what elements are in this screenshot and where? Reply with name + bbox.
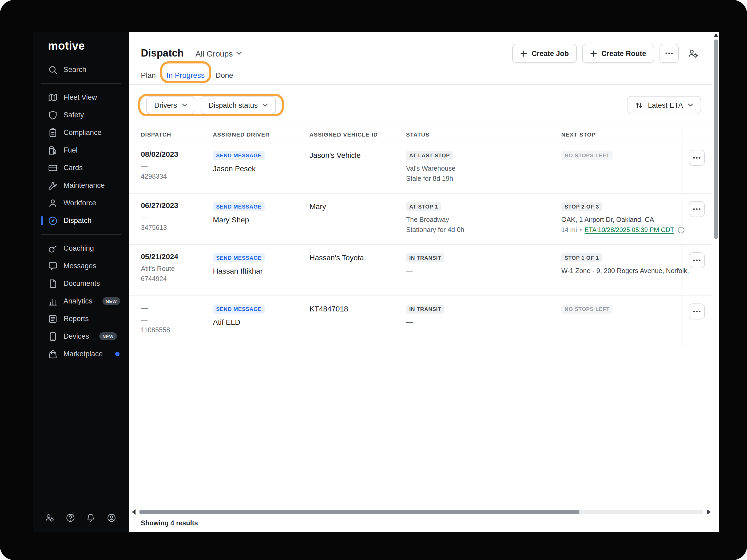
dispatch-id: 4298334 bbox=[141, 172, 208, 182]
create-route-button[interactable]: Create Route bbox=[582, 44, 654, 63]
scroll-right-arrow[interactable] bbox=[707, 509, 711, 515]
dispatch-icon bbox=[48, 216, 58, 225]
next-stop-eta-link[interactable]: ETA 10/28/2025 05:39 PM CDT bbox=[585, 225, 674, 235]
chart-icon bbox=[48, 296, 58, 306]
create-job-button[interactable]: Create Job bbox=[512, 44, 577, 63]
scrollbar-thumb[interactable] bbox=[139, 510, 579, 514]
row-more-button[interactable] bbox=[689, 150, 705, 166]
tab-bar: Plan In Progress Done bbox=[129, 66, 712, 85]
assigned-driver-cell: SEND MESSAGE Atif ELD bbox=[213, 303, 304, 326]
sidebar-item-marketplace[interactable]: Marketplace bbox=[33, 345, 129, 363]
map-icon bbox=[48, 92, 58, 102]
send-message-link[interactable]: SEND MESSAGE bbox=[213, 151, 265, 160]
help-icon[interactable] bbox=[66, 513, 75, 523]
ellipsis-icon bbox=[693, 259, 701, 261]
next-stop-empty: NO STOPS LEFT bbox=[561, 304, 613, 314]
drivers-filter[interactable]: Drivers bbox=[146, 96, 195, 114]
filter-row: Drivers Dispatch status Latest ETA bbox=[141, 96, 701, 114]
group-selector[interactable]: All Groups bbox=[196, 49, 242, 58]
sidebar-item-cards[interactable]: Cards bbox=[33, 159, 129, 177]
plus-icon bbox=[590, 50, 597, 57]
sidebar: motive Search Fleet View Safety bbox=[33, 32, 129, 532]
dispatch-id: 3475613 bbox=[141, 223, 208, 233]
row-more-button[interactable] bbox=[689, 303, 705, 319]
user-settings-button[interactable] bbox=[684, 44, 701, 63]
sidebar-item-compliance[interactable]: Compliance bbox=[33, 124, 129, 141]
bell-icon[interactable] bbox=[86, 513, 96, 523]
next-stop-eta-line: 14 mi • ETA 10/28/2025 05:39 PM CDT bbox=[561, 225, 685, 235]
sidebar-item-coaching[interactable]: Coaching bbox=[33, 239, 129, 257]
assigned-vehicle-cell: Jason's Vehicle bbox=[309, 150, 401, 160]
next-stop-cell: STOP 1 OF 1 W-1 Zone - 9, 200 Rogers Ave… bbox=[561, 252, 685, 276]
send-message-link[interactable]: SEND MESSAGE bbox=[213, 253, 265, 262]
tab-plan[interactable]: Plan bbox=[141, 66, 156, 84]
tab-done[interactable]: Done bbox=[215, 66, 233, 84]
status-line1: The Broadway bbox=[406, 215, 556, 225]
notification-dot bbox=[115, 352, 119, 356]
ellipsis-icon bbox=[665, 52, 673, 54]
sidebar-item-analytics[interactable]: Analytics NEW bbox=[33, 292, 129, 310]
table-row[interactable]: 06/27/2023 — 3475613 SEND MESSAGE Mary S… bbox=[129, 194, 712, 245]
chevron-down-icon bbox=[182, 104, 187, 107]
next-stop-distance: 14 mi bbox=[561, 225, 577, 235]
sidebar-item-dispatch[interactable]: Dispatch bbox=[33, 212, 129, 229]
sidebar-item-workforce[interactable]: Workforce bbox=[33, 194, 129, 212]
status-line2: Stale for 8d 19h bbox=[406, 174, 556, 184]
table-row[interactable]: 08/02/2023 — 4298334 SEND MESSAGE Jason … bbox=[129, 142, 712, 194]
sidebar-item-messages[interactable]: Messages bbox=[33, 257, 129, 275]
sidebar-item-reports[interactable]: Reports bbox=[33, 310, 129, 327]
sidebar-item-safety[interactable]: Safety bbox=[33, 106, 129, 124]
info-icon[interactable] bbox=[678, 227, 685, 234]
user-settings-icon[interactable] bbox=[45, 513, 54, 523]
dispatch-date: 08/02/2023 bbox=[141, 150, 208, 158]
table-row[interactable]: — — 11085558 SEND MESSAGE Atif ELD KT484… bbox=[129, 296, 712, 347]
sidebar-item-fuel[interactable]: Fuel bbox=[33, 141, 129, 159]
sidebar-item-fleet-view[interactable]: Fleet View bbox=[33, 88, 129, 106]
horizontal-scrollbar[interactable] bbox=[132, 509, 711, 515]
row-more-button[interactable] bbox=[689, 252, 705, 268]
scroll-left-arrow[interactable] bbox=[132, 509, 135, 515]
driver-name: Atif ELD bbox=[213, 318, 304, 326]
ellipsis-icon bbox=[693, 208, 701, 210]
chevron-down-icon bbox=[688, 104, 693, 107]
sidebar-item-search[interactable]: Search bbox=[33, 61, 129, 78]
sidebar-item-label: Maintenance bbox=[63, 181, 105, 189]
create-route-label: Create Route bbox=[601, 49, 646, 57]
column-header-status: STATUS bbox=[406, 126, 430, 142]
scrollbar-thumb[interactable] bbox=[714, 39, 718, 239]
dispatch-route: — bbox=[141, 162, 208, 172]
header-actions: Create Job Create Route bbox=[512, 44, 701, 63]
sidebar-divider bbox=[41, 83, 121, 84]
send-message-link[interactable]: SEND MESSAGE bbox=[213, 202, 265, 211]
table-column-divider bbox=[682, 126, 682, 348]
account-icon[interactable] bbox=[107, 513, 116, 523]
scroll-up-arrow[interactable] bbox=[714, 33, 718, 37]
sidebar-footer bbox=[45, 513, 116, 523]
column-header-assigned-driver: ASSIGNED DRIVER bbox=[213, 126, 270, 142]
column-header-assigned-vehicle-id: ASSIGNED VEHICLE ID bbox=[309, 126, 378, 142]
sidebar-item-devices[interactable]: Devices NEW bbox=[33, 327, 129, 345]
sidebar-item-label: Fuel bbox=[63, 146, 78, 154]
sidebar-item-maintenance[interactable]: Maintenance bbox=[33, 177, 129, 194]
more-options-button[interactable] bbox=[660, 44, 679, 63]
table-row[interactable]: 05/21/2024 Atif's Route 6744924 SEND MES… bbox=[129, 245, 712, 296]
sidebar-item-label: Safety bbox=[63, 111, 84, 119]
sidebar-item-documents[interactable]: Documents bbox=[33, 275, 129, 292]
driver-name: Jason Pesek bbox=[213, 164, 304, 173]
row-more-button[interactable] bbox=[689, 201, 705, 217]
dispatch-cell: 08/02/2023 — 4298334 bbox=[141, 150, 208, 182]
vertical-scrollbar[interactable] bbox=[713, 33, 718, 257]
tab-in-progress[interactable]: In Progress bbox=[166, 66, 205, 84]
sort-button[interactable]: Latest ETA bbox=[627, 96, 701, 114]
next-stop-badge: STOP 1 OF 1 bbox=[561, 253, 602, 262]
dispatch-status-filter[interactable]: Dispatch status bbox=[201, 96, 276, 114]
status-line2: Stationary for 4d 0h bbox=[406, 225, 556, 235]
send-message-link[interactable]: SEND MESSAGE bbox=[213, 304, 265, 314]
status-badge: IN TRANSIT bbox=[406, 304, 444, 314]
assigned-vehicle-cell: Hassan's Toyota bbox=[309, 252, 401, 262]
next-stop-address: OAK, 1 Airport Dr, Oakland, CA bbox=[561, 215, 685, 225]
row-actions-cell bbox=[682, 252, 712, 268]
dispatch-status-filter-label: Dispatch status bbox=[209, 101, 258, 109]
filter-group: Drivers Dispatch status bbox=[146, 96, 276, 114]
assigned-driver-cell: SEND MESSAGE Jason Pesek bbox=[213, 150, 304, 173]
